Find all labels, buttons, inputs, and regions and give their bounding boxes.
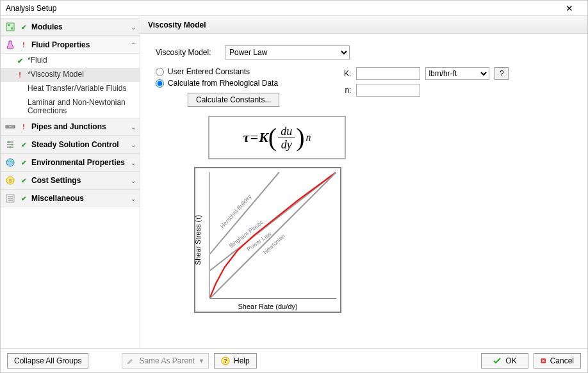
radio-user-constants-input[interactable] xyxy=(156,68,164,76)
sidebar-item-heat-transfer[interactable]: Heat Transfer/Variable Fluids xyxy=(1,82,140,96)
chevron-down-icon: ⌄ xyxy=(131,159,136,166)
svg-point-12 xyxy=(6,159,14,166)
cancel-button[interactable]: Cancel xyxy=(534,353,581,369)
radio-user-constants[interactable]: User Entered Constants xyxy=(156,67,279,76)
window-title: Analysis Setup xyxy=(6,4,557,13)
x-icon xyxy=(541,356,546,365)
viscosity-model-select[interactable]: Power Law xyxy=(225,45,350,60)
close-button[interactable]: ✕ xyxy=(557,1,582,16)
globe-icon xyxy=(4,157,16,168)
group-steady-solution[interactable]: ✔ Steady Solution Control ⌄ xyxy=(1,136,140,154)
footer: Collapse All Groups Same As Parent ▼ ? H… xyxy=(1,348,587,372)
page-title: Viscosity Model xyxy=(140,16,587,34)
sidebar: ✔ Modules ⌄ ! Fluid Properties ⌃ ✔ *Flui… xyxy=(1,16,140,348)
status-ok-icon: ✔ xyxy=(20,177,28,184)
status-warn-icon: ! xyxy=(20,123,28,131)
chevron-up-icon: ⌃ xyxy=(131,42,136,49)
radio-calc-rheological[interactable]: Calculate from Rheological Data xyxy=(156,79,279,88)
status-ok-icon: ✔ xyxy=(20,23,28,31)
chevron-down-icon: ⌄ xyxy=(131,123,136,131)
help-icon: ? xyxy=(221,356,230,365)
n-label: n: xyxy=(341,86,351,95)
group-environmental[interactable]: ✔ Environmental Properties ⌄ xyxy=(1,154,140,171)
svg-point-11 xyxy=(10,147,12,148)
sidebar-item-laminar-corrections[interactable]: Laminar and Non-Newtonian Corrections xyxy=(1,96,140,118)
group-pipes-junctions[interactable]: ! Pipes and Junctions ⌄ xyxy=(1,118,140,136)
pipes-icon xyxy=(4,121,16,132)
help-button[interactable]: ? Help xyxy=(214,353,257,369)
viscosity-model-label: Viscosity Model: xyxy=(156,48,218,57)
sidebar-item-viscosity-model[interactable]: ! *Viscosity Model xyxy=(1,68,140,82)
svg-text:$: $ xyxy=(9,178,12,184)
k-label: K: xyxy=(341,69,351,78)
edit-icon xyxy=(126,356,135,365)
flask-icon xyxy=(4,39,16,51)
group-cost-settings[interactable]: $ ✔ Cost Settings ⌄ xyxy=(1,171,140,189)
check-icon xyxy=(493,356,502,365)
status-warn-icon: ! xyxy=(16,71,24,79)
status-warn-icon: ! xyxy=(20,41,28,49)
group-modules[interactable]: ✔ Modules ⌄ xyxy=(1,18,140,36)
svg-point-5 xyxy=(12,125,14,128)
chevron-down-icon: ⌄ xyxy=(131,24,136,31)
modules-icon xyxy=(4,21,16,33)
k-unit-select[interactable]: lbm/hr-ft xyxy=(425,67,489,80)
titlebar: Analysis Setup ✕ xyxy=(1,1,587,16)
status-ok-icon: ✔ xyxy=(20,159,28,166)
k-input[interactable] xyxy=(356,67,420,80)
chevron-down-icon: ⌄ xyxy=(131,177,136,184)
group-miscellaneous[interactable]: ✔ Miscellaneous ⌄ xyxy=(1,189,140,207)
svg-point-10 xyxy=(12,144,13,146)
svg-point-4 xyxy=(6,125,9,128)
group-fluid-properties[interactable]: ! Fluid Properties ⌃ xyxy=(1,36,140,54)
chevron-down-icon: ▼ xyxy=(199,358,204,364)
n-input[interactable] xyxy=(356,84,420,97)
rheology-chart: Shear Stress (τ) Shear Rate (du/dy) Hers… xyxy=(194,167,341,313)
status-ok-icon: ✔ xyxy=(20,194,28,202)
cost-icon: $ xyxy=(4,175,16,186)
svg-rect-0 xyxy=(6,23,14,31)
svg-point-9 xyxy=(8,141,10,143)
collapse-all-button[interactable]: Collapse All Groups xyxy=(7,353,88,369)
help-button[interactable]: ? xyxy=(494,67,509,80)
formula-display: τ = K ( dudy ) n xyxy=(208,116,346,159)
sliders-icon xyxy=(4,139,16,150)
status-ok-icon: ✔ xyxy=(16,57,24,65)
sidebar-item-fluid[interactable]: ✔ *Fluid xyxy=(1,54,140,68)
svg-text:?: ? xyxy=(224,358,227,364)
calculate-constants-button[interactable]: Calculate Constants... xyxy=(188,93,279,107)
svg-rect-1 xyxy=(8,24,10,26)
chevron-down-icon: ⌄ xyxy=(131,141,136,148)
svg-rect-2 xyxy=(11,28,13,29)
chart-ylabel: Shear Stress (τ) xyxy=(194,215,202,265)
radio-calc-rheological-input[interactable] xyxy=(156,79,164,88)
ok-button[interactable]: OK xyxy=(481,353,528,369)
list-icon xyxy=(4,193,16,204)
same-as-parent-dropdown[interactable]: Same As Parent ▼ xyxy=(122,353,209,369)
chart-xlabel: Shear Rate (du/dy) xyxy=(238,303,298,310)
chevron-down-icon: ⌄ xyxy=(131,195,136,202)
status-ok-icon: ✔ xyxy=(20,141,28,148)
